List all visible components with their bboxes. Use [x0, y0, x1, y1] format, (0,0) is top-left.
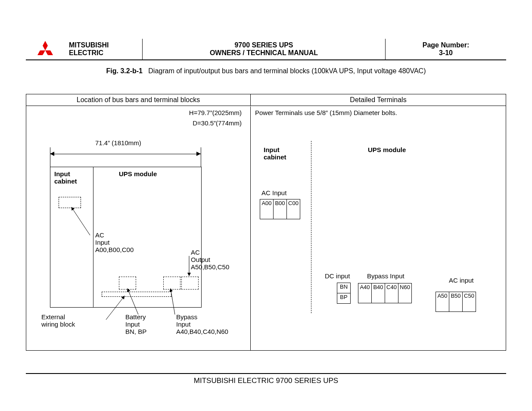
- figure-number: Fig. 3.2-b-1: [106, 67, 143, 75]
- logo-cell: [26, 39, 65, 59]
- col-header-right: Detailed Terminals: [251, 94, 506, 106]
- right-panel: Power Terminals use 5/8” (15mm) Diameter…: [251, 106, 506, 350]
- column-headers: Location of bus bars and terminal blocks…: [26, 94, 506, 106]
- r-ups-module-label: UPS module: [368, 146, 406, 153]
- page-number: Page Number: 3-10: [386, 39, 506, 59]
- diagram-frame: Location of bus bars and terminal blocks…: [26, 94, 506, 351]
- callout-arrows: [26, 106, 250, 348]
- svg-line-9: [128, 289, 138, 314]
- page-number-label: Page Number:: [390, 41, 502, 49]
- ac-output-callout: AC Output A50,B50,C50: [191, 249, 229, 271]
- terminal-a00: A00: [260, 199, 274, 219]
- brand-line2: ELECTRIC: [69, 49, 138, 57]
- bypass-callout: Bypass Input A40,B40,C40,N60: [176, 313, 228, 335]
- footer-text: MITSUBISHI ELECTRIC 9700 SERIES UPS: [194, 377, 338, 385]
- battery-callout: Battery Input BN, BP: [125, 313, 146, 335]
- ac-input-callout: AC Input A00,B00,C00: [95, 231, 134, 253]
- r-input-cabinet-label: Input cabinet: [264, 146, 286, 161]
- r-ac-input-right-label: AC input: [449, 277, 474, 284]
- page-number-value: 3-10: [390, 49, 502, 57]
- r-dc-input-label: DC input: [325, 272, 350, 280]
- brand: MITSUBISHI ELECTRIC: [65, 39, 143, 59]
- terminal-a50: A50: [436, 292, 449, 312]
- figure-caption-text: Diagram of input/output bus bars and ter…: [148, 67, 426, 75]
- svg-line-6: [72, 207, 90, 235]
- title-line1: 9700 SERIES UPS: [147, 41, 381, 49]
- r-ac-input-terminals: A00 B00 C00: [260, 199, 300, 219]
- terminal-c40: C40: [385, 283, 398, 303]
- terminal-bn: BN: [337, 283, 351, 293]
- svg-line-10: [171, 289, 175, 314]
- left-panel: H=79.7”(2025mm) D=30.5”(774mm) 71.4” (18…: [26, 106, 250, 350]
- title-line2: OWNERS / TECHNICAL MANUAL: [147, 49, 381, 57]
- svg-line-8: [106, 296, 124, 320]
- terminal-b00: B00: [273, 199, 287, 219]
- footer: MITSUBISHI ELECTRIC 9700 SERIES UPS: [26, 373, 506, 385]
- dashed-separator: [311, 141, 311, 313]
- terminal-bp: BP: [337, 293, 351, 304]
- doc-title: 9700 SERIES UPS OWNERS / TECHNICAL MANUA…: [143, 39, 386, 59]
- terminal-b40: B40: [371, 283, 385, 303]
- bolt-note: Power Terminals use 5/8” (15mm) Diameter…: [255, 109, 397, 116]
- col-header-left: Location of bus bars and terminal blocks: [26, 94, 251, 106]
- figure-caption: Fig. 3.2-b-1 Diagram of input/output bus…: [26, 67, 506, 75]
- r-ac-input-label: AC Input: [261, 189, 286, 196]
- page: MITSUBISHI ELECTRIC 9700 SERIES UPS OWNE…: [26, 39, 506, 385]
- ext-wiring-callout: External wiring block: [41, 313, 75, 328]
- r-bypass-terminals: A40 B40 C40 N60: [358, 283, 412, 303]
- brand-line1: MITSUBISHI: [69, 41, 138, 49]
- diagram-body: H=79.7”(2025mm) D=30.5”(774mm) 71.4” (18…: [26, 106, 506, 350]
- terminal-n60: N60: [398, 283, 412, 303]
- terminal-c00: C00: [286, 199, 300, 219]
- r-ac-output-terminals: A50 B50 C50: [436, 292, 476, 312]
- r-dc-input-terminals: BN BP: [337, 283, 351, 304]
- svg-marker-1: [43, 46, 48, 50]
- terminal-c50: C50: [462, 292, 476, 312]
- mitsubishi-logo-icon: [36, 41, 55, 57]
- svg-marker-0: [43, 41, 48, 46]
- terminal-b50: B50: [449, 292, 463, 312]
- header: MITSUBISHI ELECTRIC 9700 SERIES UPS OWNE…: [26, 39, 506, 60]
- terminal-a40: A40: [358, 283, 372, 303]
- r-bypass-label: Bypass Input: [367, 272, 404, 280]
